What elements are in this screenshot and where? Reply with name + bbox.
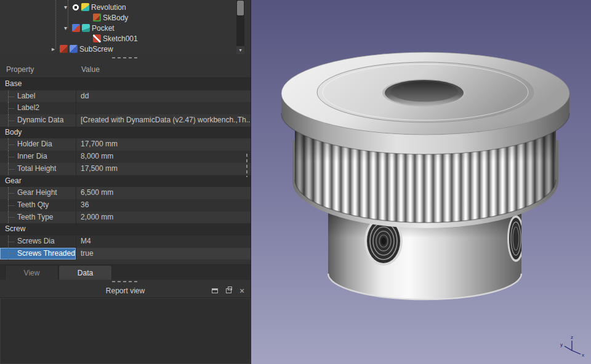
close-panel-button[interactable]: × — [237, 286, 247, 296]
property-group-gear[interactable]: Gear — [0, 175, 251, 188]
property-name: Total Height — [17, 164, 56, 173]
dock-icon — [212, 288, 218, 293]
property-row-teeth-qty[interactable]: Teeth Qty 36 — [0, 199, 251, 212]
property-name: Inner Dia — [17, 152, 47, 160]
group-label: Base — [5, 78, 22, 90]
close-icon: × — [239, 287, 244, 295]
property-editor: Property Value Base Label dd Label2 Dyna… — [0, 61, 251, 259]
tree-item-pocket[interactable]: ▾ Pocket — [0, 23, 251, 33]
center-bore-icon — [382, 79, 466, 107]
vertical-splitter-handle[interactable] — [246, 154, 247, 177]
property-value: 17,500 mm — [81, 164, 118, 173]
group-label: Screw — [5, 223, 25, 235]
axis-z-label: z — [571, 334, 573, 340]
float-icon — [226, 288, 231, 293]
property-value: dd — [81, 92, 89, 100]
tree-splitter-handle[interactable] — [0, 54, 251, 61]
subscrew-body-icon — [60, 45, 68, 53]
body-feature-icon — [93, 14, 101, 22]
property-row-total-height[interactable]: Total Height 17,500 mm — [0, 163, 251, 175]
property-value: 36 — [81, 200, 89, 209]
scrollbar-thumb[interactable] — [237, 1, 244, 15]
tree-item-skbody[interactable]: SkBody — [0, 12, 251, 23]
pulley-top-flange — [281, 52, 569, 154]
sketch-icon — [93, 34, 101, 42]
screw-hole-right-icon — [507, 215, 525, 262]
tree-branch-line — [55, 0, 56, 49]
property-row-label[interactable]: Label dd — [0, 90, 251, 103]
property-name: Teeth Type — [17, 213, 54, 221]
subscrew-screw-icon — [70, 45, 78, 53]
revolution-feature-icon — [81, 3, 89, 11]
property-value: 17,700 mm — [81, 140, 118, 148]
report-view-title: Report view — [41, 287, 210, 295]
property-group-base[interactable]: Base — [0, 78, 251, 90]
tree-item-label: Sketch001 — [103, 34, 138, 43]
property-row-holder-dia[interactable]: Holder Dia 17,700 mm — [0, 138, 251, 151]
tree-item-label: SubScrew — [79, 45, 113, 53]
property-value: true — [81, 249, 94, 258]
model-tree[interactable]: ▾ Revolution SkBody ▾ Pocket Sketch001 ▸… — [0, 0, 251, 54]
property-name: Teeth Qty — [17, 200, 49, 209]
property-value: [Created with DynamicData (v2.47) workbe… — [81, 116, 251, 124]
tree-item-label: Revolution — [91, 3, 126, 12]
pocket-solid-icon — [82, 24, 90, 32]
property-name: Label2 — [17, 103, 39, 112]
splitter-dashes-icon — [112, 57, 139, 58]
splitter-dashes-icon — [112, 281, 139, 282]
property-group-screw[interactable]: Screw — [0, 223, 251, 235]
property-table-header: Property Value — [0, 61, 251, 78]
dock-panel-button[interactable] — [210, 286, 220, 296]
visibility-eye-icon — [72, 4, 79, 11]
tree-branch-line — [68, 0, 68, 28]
axis-x-label: x — [582, 352, 584, 358]
axis-y-label: y — [560, 342, 563, 347]
group-label: Gear — [5, 175, 22, 188]
property-name: Screws Threaded — [17, 249, 75, 258]
tab-data[interactable]: Data — [58, 265, 112, 280]
viewport-canvas: z y x — [251, 0, 591, 364]
property-group-body[interactable]: Body — [0, 127, 251, 139]
tree-scrollbar[interactable]: ▾ — [236, 0, 244, 54]
property-row-inner-dia[interactable]: Inner Dia 8,000 mm — [0, 151, 251, 163]
property-panel-tabs: View Data — [0, 264, 251, 280]
pocket-feature-icon — [72, 24, 80, 32]
property-name: Label — [17, 92, 35, 100]
property-row-dynamic-data[interactable]: Dynamic Data [Created with DynamicData (… — [0, 114, 251, 127]
property-value: 8,000 mm — [81, 152, 113, 160]
property-name: Holder Dia — [17, 140, 52, 148]
column-header-value[interactable]: Value — [76, 65, 100, 74]
property-value: 6,500 mm — [81, 188, 113, 197]
property-row-teeth-type[interactable]: Teeth Type 2,000 mm — [0, 212, 251, 224]
report-view-content[interactable] — [0, 298, 251, 364]
property-name: Dynamic Data — [17, 116, 63, 124]
property-row-screws-threaded[interactable]: Screws Threaded true — [0, 248, 251, 260]
property-value: M4 — [81, 237, 91, 245]
scrollbar-down-arrow-icon[interactable]: ▾ — [236, 46, 244, 54]
tab-view[interactable]: View — [5, 265, 58, 280]
property-value: 2,000 mm — [81, 213, 113, 221]
tree-item-subscrew[interactable]: ▸ SubScrew — [0, 44, 251, 54]
tree-item-label: SkBody — [103, 14, 128, 22]
report-view-header: Report view × — [0, 283, 251, 298]
tree-item-revolution[interactable]: ▾ Revolution — [0, 2, 251, 12]
group-label: Body — [5, 127, 22, 139]
float-panel-button[interactable] — [223, 286, 233, 296]
column-header-property[interactable]: Property — [0, 65, 76, 74]
property-row-label2[interactable]: Label2 — [0, 102, 251, 114]
tree-item-label: Pocket — [92, 24, 115, 33]
tree-item-sketch001[interactable]: Sketch001 — [0, 33, 251, 44]
left-dock-panel: ▾ Revolution SkBody ▾ Pocket Sketch001 ▸… — [0, 0, 251, 364]
property-name: Gear Height — [17, 188, 57, 197]
property-row-gear-height[interactable]: Gear Height 6,500 mm — [0, 187, 251, 199]
property-row-screws-dia[interactable]: Screws Dia M4 — [0, 235, 251, 248]
viewport-3d[interactable]: z y x — [251, 0, 591, 364]
property-name: Screws Dia — [17, 237, 55, 245]
axis-indicator: z y x — [560, 334, 584, 358]
